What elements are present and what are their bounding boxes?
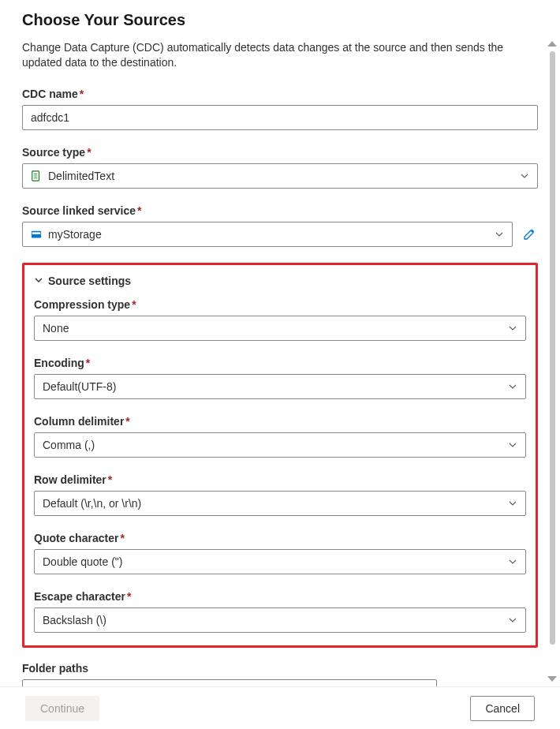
chevron-down-icon [508, 323, 517, 333]
col-delim-select[interactable]: Comma (,) [34, 432, 526, 458]
col-delim-value: Comma (,) [43, 439, 95, 451]
row-delim-select[interactable]: Default (\r,\n, or \r\n) [34, 491, 526, 516]
scroll-down-icon[interactable] [547, 676, 557, 682]
source-settings-title: Source settings [48, 275, 131, 287]
source-settings-toggle[interactable]: Source settings [34, 275, 526, 287]
quote-value: Double quote (") [43, 555, 122, 568]
chevron-down-icon [508, 499, 517, 508]
chevron-down-icon [508, 557, 517, 566]
linked-service-label: Source linked service* [22, 204, 538, 217]
quote-select[interactable]: Double quote (") [34, 549, 526, 574]
compression-label: Compression type* [34, 298, 526, 311]
chevron-down-icon [508, 440, 517, 450]
storage-icon [31, 229, 42, 240]
scroll-thumb[interactable] [550, 51, 555, 645]
folder-path-input[interactable] [22, 679, 437, 686]
scroll-up-icon[interactable] [547, 41, 557, 47]
scrollbar[interactable] [546, 41, 558, 682]
source-type-label: Source type* [22, 146, 538, 159]
file-icon [31, 170, 42, 181]
encoding-value: Default(UTF-8) [43, 380, 116, 393]
cdc-name-label: CDC name* [22, 88, 538, 100]
footer-bar: Continue Cancel [0, 686, 560, 729]
encoding-select[interactable]: Default(UTF-8) [34, 374, 526, 399]
page-description: Change Data Capture (CDC) automatically … [22, 40, 538, 70]
edit-linked-service-button[interactable] [521, 228, 538, 241]
source-type-select[interactable]: DelimitedText [22, 163, 538, 189]
chevron-down-icon [508, 615, 517, 625]
svg-rect-5 [32, 232, 41, 234]
linked-service-value: myStorage [48, 228, 102, 241]
continue-button: Continue [25, 696, 99, 721]
col-delim-label: Column delimiter* [34, 415, 526, 428]
chevron-down-icon [508, 382, 517, 391]
folder-paths-label: Folder paths [22, 662, 538, 675]
linked-service-select[interactable]: myStorage [22, 222, 513, 247]
chevron-down-icon [34, 275, 43, 287]
cdc-name-input[interactable] [22, 105, 538, 130]
source-settings-panel: Source settings Compression type* None E… [22, 263, 538, 648]
source-type-value: DelimitedText [48, 170, 114, 182]
row-delim-value: Default (\r,\n, or \r\n) [43, 497, 141, 510]
escape-label: Escape character* [34, 590, 526, 603]
escape-select[interactable]: Backslash (\) [34, 608, 526, 633]
row-delim-label: Row delimiter* [34, 473, 526, 486]
escape-value: Backslash (\) [43, 614, 106, 626]
page-title: Choose Your Sources [22, 11, 538, 29]
chevron-down-icon [495, 230, 504, 239]
encoding-label: Encoding* [34, 357, 526, 369]
compression-value: None [43, 322, 69, 335]
cancel-button[interactable]: Cancel [470, 696, 535, 721]
quote-label: Quote character* [34, 532, 526, 544]
chevron-down-icon [520, 171, 529, 181]
compression-select[interactable]: None [34, 316, 526, 341]
